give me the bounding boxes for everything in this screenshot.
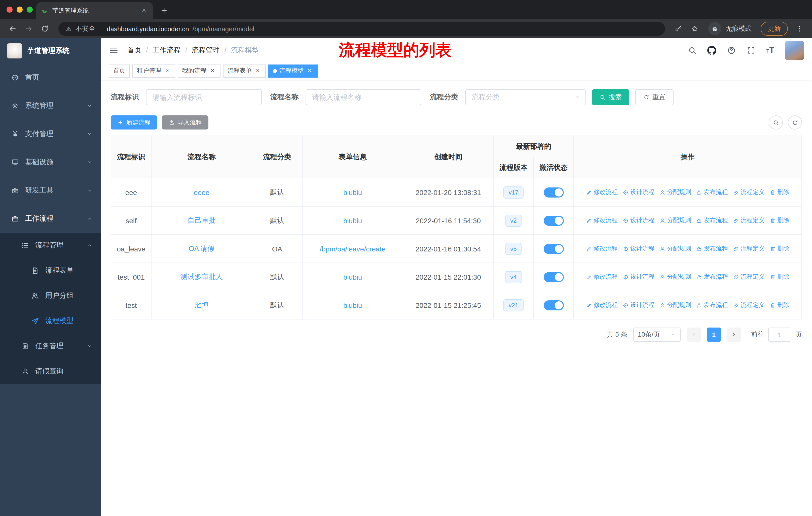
tag-process-model[interactable]: 流程模型	[268, 64, 318, 77]
browser-update-button[interactable]: 更新	[761, 22, 788, 36]
breadcrumb-home[interactable]: 首页	[127, 46, 141, 55]
user-avatar[interactable]	[785, 40, 804, 60]
process-name-link[interactable]: 测试多审批人	[180, 272, 223, 280]
goto-page-input[interactable]	[768, 328, 791, 342]
action-delete[interactable]: 删除	[770, 273, 789, 281]
process-name-input[interactable]	[306, 89, 422, 105]
search-button[interactable]: 搜索	[592, 89, 629, 105]
action-publish-process[interactable]: 发布流程	[696, 273, 728, 281]
process-key-input[interactable]	[146, 89, 262, 105]
sidebar-item-process-management[interactable]: 流程管理	[0, 233, 101, 258]
tab-close-icon[interactable]	[140, 6, 148, 15]
version-badge[interactable]: v4	[505, 271, 522, 283]
action-modify-process[interactable]: 修改流程	[586, 301, 618, 309]
active-toggle[interactable]	[544, 187, 563, 197]
action-assign-rule[interactable]: 分配规则	[660, 301, 691, 309]
create-process-button[interactable]: 新建流程	[111, 115, 157, 130]
search-icon[interactable]	[688, 46, 697, 55]
page-size-select[interactable]: 10条/页	[633, 328, 680, 342]
toggle-search-button[interactable]	[769, 115, 783, 130]
action-assign-rule[interactable]: 分配规则	[660, 273, 691, 281]
help-icon[interactable]	[727, 46, 736, 55]
tag-home[interactable]: 首页	[109, 64, 130, 77]
font-size-icon[interactable]	[766, 46, 774, 55]
tag-tenant[interactable]: 租户管理	[133, 64, 175, 77]
new-tab-button[interactable]	[160, 6, 168, 15]
active-toggle[interactable]	[544, 272, 563, 282]
sidebar-item-process-model[interactable]: 流程模型	[0, 308, 101, 333]
action-design-process[interactable]: 设计流程	[623, 273, 655, 281]
action-delete[interactable]: 删除	[770, 244, 789, 253]
browser-menu-kebab-icon[interactable]	[792, 21, 807, 36]
action-process-definition[interactable]: 流程定义	[733, 244, 765, 253]
next-page-button[interactable]	[727, 328, 741, 342]
sidebar-collapse-icon[interactable]	[109, 45, 119, 55]
page-number-button[interactable]: 1	[707, 328, 721, 342]
action-delete[interactable]: 删除	[770, 301, 789, 309]
action-publish-process[interactable]: 发布流程	[696, 301, 728, 309]
breadcrumb-process-management[interactable]: 流程管理	[185, 46, 220, 55]
close-window-button[interactable]	[6, 6, 12, 12]
address-bar[interactable]: 不安全 dashboard.yudao.iocoder.cn/bpm/manag…	[58, 22, 665, 36]
action-process-definition[interactable]: 流程定义	[733, 273, 765, 281]
version-badge[interactable]: v17	[504, 186, 524, 198]
form-info-link[interactable]: biubiu	[343, 273, 362, 281]
tag-close-icon[interactable]	[164, 67, 171, 74]
action-delete[interactable]: 删除	[770, 216, 789, 225]
version-badge[interactable]: v2	[505, 214, 522, 226]
action-design-process[interactable]: 设计流程	[623, 188, 655, 196]
action-assign-rule[interactable]: 分配规则	[660, 216, 691, 225]
sidebar-item-task-management[interactable]: 任务管理	[0, 333, 101, 359]
action-publish-process[interactable]: 发布流程	[696, 216, 728, 225]
minimize-window-button[interactable]	[17, 6, 23, 12]
previous-page-button[interactable]	[687, 328, 701, 342]
action-modify-process[interactable]: 修改流程	[586, 273, 618, 281]
form-info-link[interactable]: biubiu	[343, 188, 362, 196]
process-category-select[interactable]: 流程分类	[465, 89, 586, 105]
action-publish-process[interactable]: 发布流程	[696, 244, 728, 253]
process-name-link[interactable]: 滔博	[195, 301, 209, 309]
tag-my-process[interactable]: 我的流程	[178, 64, 221, 77]
action-assign-rule[interactable]: 分配规则	[660, 188, 691, 196]
browser-tab[interactable]: 芋道管理系统	[36, 2, 153, 19]
sidebar-item-workflow[interactable]: 工作流程	[0, 205, 101, 233]
refresh-table-button[interactable]	[788, 115, 802, 130]
tag-close-icon[interactable]	[306, 67, 313, 74]
version-badge[interactable]: v21	[504, 299, 524, 311]
app-logo[interactable]: 芋道管理系统	[0, 38, 101, 63]
action-design-process[interactable]: 设计流程	[623, 244, 655, 253]
sidebar-item-process-form[interactable]: 流程表单	[0, 258, 101, 283]
action-process-definition[interactable]: 流程定义	[733, 301, 765, 309]
form-info-link[interactable]: biubiu	[343, 216, 362, 224]
action-modify-process[interactable]: 修改流程	[586, 188, 618, 196]
form-info-link[interactable]: biubiu	[343, 301, 362, 309]
action-delete[interactable]: 删除	[770, 188, 789, 196]
process-name-link[interactable]: OA 请假	[189, 244, 215, 252]
action-process-definition[interactable]: 流程定义	[733, 188, 765, 196]
action-process-definition[interactable]: 流程定义	[733, 216, 765, 225]
fullscreen-icon[interactable]	[747, 46, 756, 55]
reset-button[interactable]: 重置	[635, 89, 673, 105]
sidebar-item-payment[interactable]: 支付管理	[0, 120, 101, 148]
action-modify-process[interactable]: 修改流程	[586, 216, 618, 225]
reload-button[interactable]	[37, 21, 52, 36]
sidebar-item-home[interactable]: 首页	[0, 63, 101, 92]
active-toggle[interactable]	[544, 215, 563, 225]
action-modify-process[interactable]: 修改流程	[586, 244, 618, 253]
bookmark-star-icon[interactable]	[687, 21, 702, 36]
password-key-icon[interactable]	[671, 21, 686, 36]
action-design-process[interactable]: 设计流程	[623, 301, 655, 309]
tag-process-form[interactable]: 流程表单	[223, 64, 266, 77]
active-toggle[interactable]	[544, 300, 563, 310]
breadcrumb-workflow[interactable]: 工作流程	[146, 46, 181, 55]
process-name-link[interactable]: 自己审批	[187, 216, 216, 224]
forward-button[interactable]	[21, 21, 36, 36]
active-toggle[interactable]	[544, 244, 563, 254]
import-process-button[interactable]: 导入流程	[162, 115, 208, 130]
tag-close-icon[interactable]	[254, 67, 261, 74]
form-info-link[interactable]: /bpm/oa/leave/create	[320, 245, 386, 253]
sidebar-item-system[interactable]: 系统管理	[0, 92, 101, 120]
sidebar-item-devtools[interactable]: 研发工具	[0, 176, 101, 205]
tag-close-icon[interactable]	[209, 67, 216, 74]
maximize-window-button[interactable]	[27, 6, 33, 12]
